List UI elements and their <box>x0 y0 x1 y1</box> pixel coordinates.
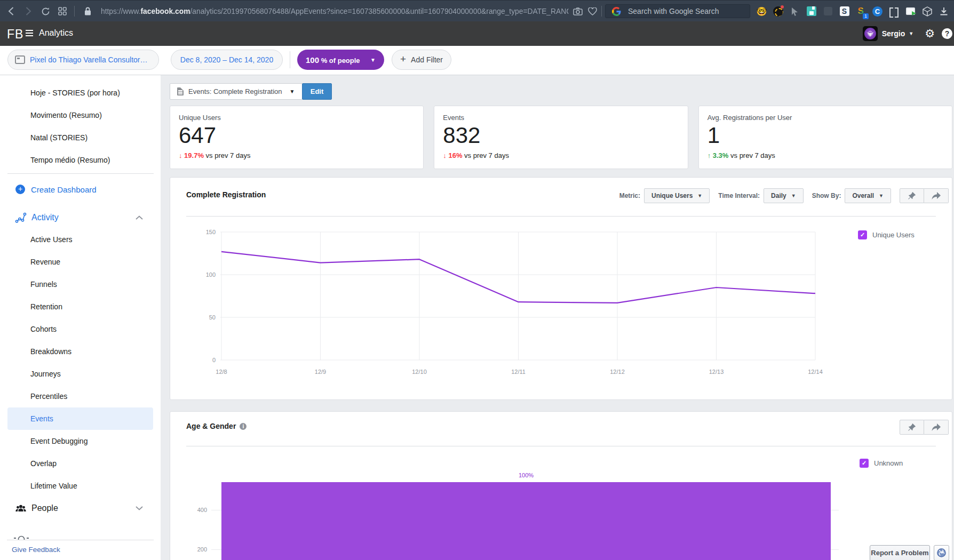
y-axis-tick: 100 <box>186 271 216 278</box>
address-bar[interactable]: https://www.facebook.com/analytics/20199… <box>101 1 568 22</box>
entity-selector-pill[interactable]: Pixel do Thiago Varella Consultor… <box>7 50 159 70</box>
stylus-s-glyph: S <box>840 6 849 16</box>
x-axis-tick: 12/12 <box>601 369 633 375</box>
line-chart-legend[interactable]: ✓ Unique Users <box>858 230 915 239</box>
pattern-circle-extension-icon[interactable] <box>770 1 786 22</box>
chevron-up-icon[interactable] <box>136 214 143 221</box>
back-button[interactable] <box>4 1 17 22</box>
metric-label: Avg. Registrations per User <box>707 114 943 122</box>
avatar[interactable] <box>863 26 878 41</box>
bar-y-axis-tick: 200 <box>178 546 207 553</box>
lock-icon[interactable] <box>81 1 94 22</box>
stylus-s-extension-icon[interactable]: S <box>836 1 853 22</box>
line-chart-svg <box>170 178 953 401</box>
edit-button[interactable]: Edit <box>302 83 332 100</box>
user-menu-caret-icon[interactable]: ▼ <box>909 31 913 36</box>
sidebar-item-lifetime-value[interactable]: Lifetime Value <box>7 475 153 497</box>
event-selector-dropdown[interactable]: Events: Complete Registration ▼ <box>170 83 303 100</box>
sidebar-item-event-debugging[interactable]: Event Debugging <box>7 430 153 452</box>
sidebar-item-dashboard[interactable]: Movimento (Resumo) <box>7 104 153 126</box>
filter-toolbar: Pixel do Thiago Varella Consultor… Dec 8… <box>0 46 954 75</box>
add-filter-label: Add Filter <box>411 55 443 64</box>
metric-card: Events832↓ 16% vs prev 7 days <box>434 106 688 169</box>
sidebar-section-activity[interactable]: Activity <box>0 206 161 229</box>
population-caret-icon: ▼ <box>370 57 376 63</box>
screenshot-camera-icon[interactable] <box>571 1 585 22</box>
metric-value: 647 <box>179 123 415 148</box>
legend-checkbox[interactable]: ✓ <box>858 230 867 239</box>
plus-circle-icon: + <box>15 185 25 194</box>
sidebar-item-dashboard[interactable]: Natal (STORIES) <box>7 126 153 149</box>
nerd-face-extension-icon[interactable]: 🤓 <box>753 1 770 22</box>
colorful-s-extension-icon[interactable]: S1 <box>853 1 869 22</box>
sidebar-item-dashboard[interactable]: Hoje - STORIES (por hora) <box>7 82 153 104</box>
plus-icon: + <box>400 53 406 65</box>
bookmark-heart-icon[interactable] <box>585 1 599 22</box>
metric-card: Unique Users647↓ 19.7% vs prev 7 days <box>170 106 424 169</box>
apps-grid-button[interactable] <box>55 1 69 22</box>
help-icon[interactable]: ? <box>942 28 952 39</box>
age-legend-checkbox[interactable]: ✓ <box>860 459 869 468</box>
sidebar-item-retention[interactable]: Retention <box>7 295 153 318</box>
sidebar-section-people[interactable]: People <box>0 497 161 519</box>
give-feedback-link[interactable]: Give Feedback <box>12 546 60 554</box>
population-filter-pill[interactable]: 100 % of people ▼ <box>297 50 384 70</box>
blue-c-extension-icon[interactable]: C <box>869 1 886 22</box>
user-name[interactable]: Sergio <box>882 29 905 38</box>
brackets-glyph <box>889 7 899 15</box>
metric-value: 1 <box>707 123 943 148</box>
age-gender-title-text: Age & Gender <box>186 422 236 430</box>
age-gender-controls <box>900 420 949 435</box>
language-globe-button[interactable] <box>934 545 949 560</box>
sidebar-item-dashboard[interactable]: Tempo médio (Resumo) <box>7 149 153 171</box>
reload-button[interactable] <box>38 1 52 22</box>
fullscreen-capture-extension-icon[interactable] <box>886 1 902 22</box>
chevron-down-icon[interactable] <box>136 505 143 511</box>
metric-change-suffix: vs prev 7 days <box>462 151 508 159</box>
settings-gear-icon[interactable]: ⚙ <box>925 27 935 40</box>
report-problem-button[interactable]: Report a Problem <box>870 545 930 560</box>
x-axis-tick: 12/9 <box>305 369 337 375</box>
browser-search-input[interactable]: Search with Google Search <box>605 4 750 18</box>
download-extension-icon[interactable] <box>935 1 952 22</box>
window-arrow-extension-icon[interactable] <box>902 1 919 22</box>
bar-chart-legend[interactable]: ✓ Unknown <box>860 459 903 468</box>
add-filter-button[interactable]: + Add Filter <box>392 50 451 70</box>
age-pin-button[interactable] <box>900 420 924 435</box>
sidebar-item-revenue[interactable]: Revenue <box>7 251 153 273</box>
sidebar-item-breakdowns[interactable]: Breakdowns <box>7 340 153 363</box>
dimmed-extension-icon[interactable] <box>820 1 836 22</box>
page: https://www.facebook.com/analytics/20199… <box>0 0 954 560</box>
sidebar-item-events[interactable]: Events <box>7 407 153 430</box>
sidebar-item-percentiles[interactable]: Percentiles <box>7 385 153 407</box>
dimmed-glyph <box>824 7 832 15</box>
floppy-save-extension-icon[interactable] <box>803 1 820 22</box>
age-header-divider <box>186 446 936 446</box>
legend-label: Unique Users <box>872 231 915 239</box>
document-icon <box>177 87 184 95</box>
sidebar-item-active-users[interactable]: Active Users <box>7 228 153 251</box>
age-share-button[interactable] <box>924 420 949 435</box>
sidebar-item-journeys[interactable]: Journeys <box>7 363 153 385</box>
search-separator <box>601 6 602 17</box>
floppy-glyph <box>807 6 816 16</box>
metric-label: Events <box>443 114 679 122</box>
facebook-logo[interactable]: FB <box>7 27 23 42</box>
population-value: 100 <box>306 55 319 65</box>
bar-y-axis-tick: 400 <box>178 507 207 513</box>
create-dashboard-button[interactable]: + Create Dashboard <box>0 178 161 201</box>
cube-extension-icon[interactable] <box>919 1 935 22</box>
sidebar-item-funnels[interactable]: Funnels <box>7 273 153 295</box>
browser-toolbar: https://www.facebook.com/analytics/20199… <box>0 0 954 21</box>
date-range-pill[interactable]: Dec 8, 2020 – Dec 14, 2020 <box>171 50 283 70</box>
info-icon[interactable]: i <box>240 423 247 430</box>
forward-button[interactable] <box>22 1 35 22</box>
x-axis-tick: 12/11 <box>503 369 535 375</box>
age-legend-label: Unknown <box>874 459 903 467</box>
metric-change: ↓ 16% vs prev 7 days <box>443 151 679 159</box>
menu-hamburger-icon[interactable] <box>26 30 33 38</box>
sidebar-item-cohorts[interactable]: Cohorts <box>7 318 153 340</box>
metric-change-suffix: vs prev 7 days <box>204 151 250 159</box>
cursor-extension-icon[interactable] <box>786 1 803 22</box>
sidebar-item-overlap[interactable]: Overlap <box>7 452 153 475</box>
